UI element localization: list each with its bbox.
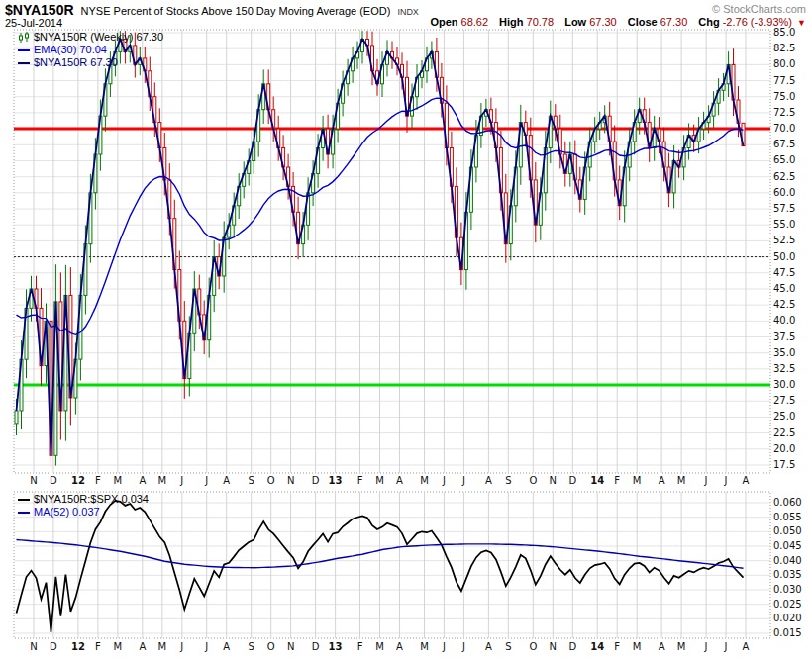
y-axis-tick: 0.040 xyxy=(773,555,802,566)
x-axis-month-label: A xyxy=(485,641,492,652)
y-axis-tick: 70.0 xyxy=(773,123,795,134)
y-axis-tick: 60.0 xyxy=(773,187,795,198)
y-axis-tick: 45.0 xyxy=(773,283,795,294)
y-axis-tick: 82.5 xyxy=(773,43,795,53)
x-axis-month-label: F xyxy=(95,475,101,486)
x-axis-month-label: S xyxy=(248,641,254,652)
x-axis-month-label: N xyxy=(550,641,557,652)
x-axis-month-label: F xyxy=(614,475,620,486)
x-axis-month-label: N xyxy=(550,475,557,486)
x-axis-month-label: A xyxy=(396,641,403,652)
x-axis-month-label: F xyxy=(95,641,101,652)
x-axis-month-label: S xyxy=(505,641,511,652)
x-axis-month-label: J xyxy=(443,641,446,652)
x-axis-month-label: D xyxy=(50,641,57,652)
price-chart-canvas xyxy=(0,0,812,661)
down-arrow-icon: ▼ xyxy=(797,18,806,28)
y-axis-tick: 0.045 xyxy=(773,540,802,551)
y-axis-tick: 40.0 xyxy=(773,315,795,326)
x-axis-month-label: A xyxy=(223,641,230,652)
x-axis-month-label: N xyxy=(287,475,294,486)
x-axis-month-label: J xyxy=(180,475,183,486)
legend-label: $NYA150R (Weekly) 67.30 xyxy=(34,31,163,44)
x-axis-month-label: O xyxy=(529,641,537,652)
x-axis-month-label: J xyxy=(205,475,208,486)
x-axis-month-label: 14 xyxy=(590,641,604,652)
x-axis-month-label: J xyxy=(725,475,728,486)
x-axis-month-label: S xyxy=(505,475,511,486)
high-label: High xyxy=(499,16,523,28)
y-axis-tick: 77.5 xyxy=(773,75,795,86)
y-axis-tick: 72.5 xyxy=(773,107,795,118)
y-axis-tick: 42.5 xyxy=(773,299,795,310)
y-axis-tick: 52.5 xyxy=(773,235,795,245)
x-axis-month-label: A xyxy=(139,641,146,652)
x-axis-month-label: O xyxy=(267,475,275,486)
line-swatch-icon xyxy=(18,49,30,51)
y-axis-tick: 0.030 xyxy=(773,584,802,595)
close-label: Close xyxy=(628,16,658,28)
x-axis-month-label: 14 xyxy=(590,475,604,486)
x-axis-month-label: A xyxy=(485,475,492,486)
x-axis-month-label: F xyxy=(614,641,620,652)
low-label: Low xyxy=(564,16,586,28)
x-axis-month-label: N xyxy=(30,475,37,486)
y-axis-tick: 32.5 xyxy=(773,363,795,374)
y-axis-tick: 80.0 xyxy=(773,58,795,69)
legend-item-closeline: $NYA150R 67.30 xyxy=(18,56,163,69)
x-axis-month-label: J xyxy=(705,475,708,486)
chart-header: $NYA150R NYSE Percent of Stocks Above 15… xyxy=(5,2,419,18)
low-value: 67.30 xyxy=(589,16,617,28)
x-axis-month-label: A xyxy=(659,475,665,486)
y-axis-tick: 0.035 xyxy=(773,569,802,580)
y-axis-tick: 65.0 xyxy=(773,154,795,165)
close-value: 67.30 xyxy=(660,16,688,28)
x-axis-month-label: M xyxy=(114,475,123,486)
y-axis-tick: 0.020 xyxy=(773,613,802,623)
exchange-label: INDX xyxy=(397,7,419,17)
x-axis-month-label: M xyxy=(677,475,686,486)
legend-label: MA(52) 0.037 xyxy=(34,506,100,519)
y-axis-tick: 62.5 xyxy=(773,171,795,182)
x-axis-month-label: O xyxy=(529,475,537,486)
ohlc-quote-bar: Open68.62 High70.78 Low67.30 Close67.30 … xyxy=(422,16,806,28)
stockcharts-chart-page: $NYA150R NYSE Percent of Stocks Above 15… xyxy=(0,0,812,661)
x-axis-month-label: M xyxy=(420,475,429,486)
x-axis-month-label: J xyxy=(705,641,708,652)
line-swatch-icon xyxy=(18,512,30,514)
legend-label: $NYA150R:$SPX 0.034 xyxy=(34,493,149,506)
y-axis-tick: 22.5 xyxy=(773,427,795,438)
x-axis-month-label: M xyxy=(375,475,384,486)
x-axis-month-label: A xyxy=(223,475,230,486)
x-axis-month-label: N xyxy=(30,641,37,652)
x-axis-month-label: N xyxy=(287,641,294,652)
x-axis-month-label: M xyxy=(157,641,166,652)
x-axis-month-label: 13 xyxy=(329,641,343,652)
x-axis-month-label: M xyxy=(375,641,384,652)
y-axis-tick: 0.060 xyxy=(773,497,802,508)
x-axis-month-label: D xyxy=(312,475,320,486)
x-axis-month-label: M xyxy=(633,641,642,652)
y-axis-tick: 0.055 xyxy=(773,512,802,522)
x-axis-month-label: J xyxy=(180,641,183,652)
x-axis-month-label: M xyxy=(633,475,642,486)
x-axis-month-label: A xyxy=(743,475,750,486)
x-axis-month-label: J xyxy=(443,475,446,486)
change-label: Chg xyxy=(698,16,719,28)
symbol-label: $NYA150R xyxy=(5,2,74,18)
x-axis-month-label: J xyxy=(205,641,208,652)
y-axis-tick: 75.0 xyxy=(773,91,795,102)
x-axis-month-label: O xyxy=(267,641,275,652)
main-chart-legend: $NYA150R (Weekly) 67.30 EMA(30) 70.04 $N… xyxy=(18,31,163,69)
x-axis-month-label: 12 xyxy=(71,475,85,486)
legend-item-price: $NYA150R (Weekly) 67.30 xyxy=(18,31,163,44)
x-axis-month-label: D xyxy=(50,475,57,486)
y-axis-tick: 0.025 xyxy=(773,599,802,610)
y-axis-tick: 0.015 xyxy=(773,627,802,638)
y-axis-tick: 50.0 xyxy=(773,251,795,262)
x-axis-month-label: D xyxy=(568,475,576,486)
x-axis-month-label: J xyxy=(462,475,465,486)
y-axis-tick: 37.5 xyxy=(773,331,795,342)
y-axis-tick: 67.5 xyxy=(773,139,795,149)
x-axis-month-label: F xyxy=(357,641,363,652)
